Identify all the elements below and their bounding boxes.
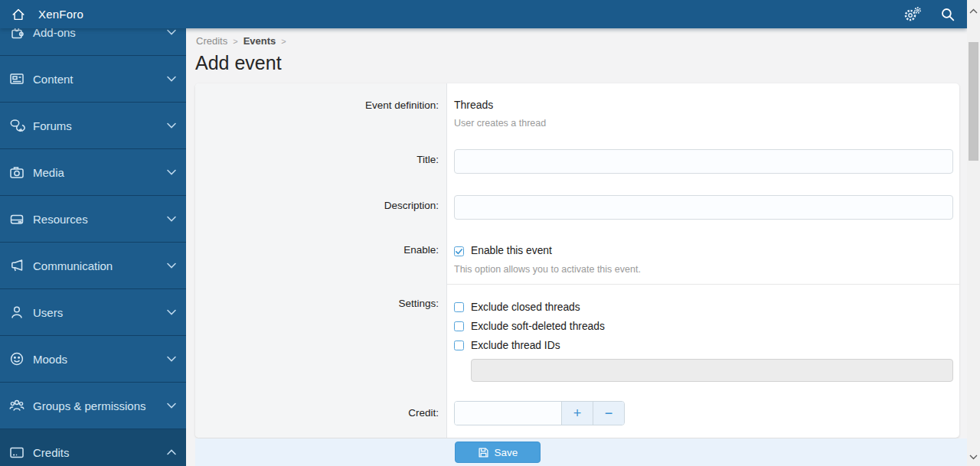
topbar-actions bbox=[903, 0, 958, 28]
sidebar-item-label: Credits bbox=[33, 446, 166, 459]
title-input[interactable] bbox=[454, 149, 953, 174]
form-row-settings: Settings: Exclude closed threads Exclude… bbox=[195, 285, 959, 393]
main-content: Credits > Events > Add event Event defin… bbox=[186, 28, 967, 466]
description-label: Description: bbox=[195, 194, 447, 243]
chevron-up-icon bbox=[166, 448, 177, 457]
save-button-label: Save bbox=[495, 447, 518, 458]
sidebar-item-label: Forums bbox=[33, 119, 166, 132]
breadcrumb-separator: > bbox=[233, 37, 237, 46]
drive-icon bbox=[8, 210, 26, 228]
breadcrumb: Credits > Events > bbox=[196, 35, 967, 47]
chevron-down-icon bbox=[166, 121, 177, 130]
sidebar-item-label: Communication bbox=[33, 259, 166, 272]
credit-decrement-button[interactable]: − bbox=[593, 402, 624, 425]
chevron-down-icon bbox=[166, 168, 177, 177]
description-input[interactable] bbox=[454, 195, 953, 220]
sidebar-item-users[interactable]: Users bbox=[0, 289, 186, 336]
settings-label: Settings: bbox=[195, 285, 447, 393]
topbar: XenForo bbox=[0, 0, 967, 28]
event-definition-explain: User creates a thread bbox=[454, 117, 953, 130]
newspaper-icon bbox=[8, 70, 26, 88]
gears-icon[interactable] bbox=[903, 5, 923, 24]
thread-ids-input[interactable] bbox=[471, 359, 953, 382]
chevron-down-icon bbox=[166, 28, 177, 37]
credit-label: Credit: bbox=[195, 393, 447, 438]
scroll-up-arrow[interactable] bbox=[967, 5, 980, 18]
chevron-down-icon bbox=[166, 354, 177, 363]
app-window: Add-ons Content bbox=[0, 0, 980, 466]
chevron-down-icon bbox=[166, 261, 177, 270]
sidebar-item-label: Resources bbox=[33, 213, 166, 226]
scrollbar-thumb[interactable] bbox=[969, 42, 978, 161]
exclude-closed-threads-label[interactable]: Exclude closed threads bbox=[471, 301, 580, 313]
chevron-down-icon bbox=[166, 214, 177, 223]
form-row-event-definition: Event definition: Threads User creates a… bbox=[195, 83, 959, 148]
submit-bar: Save bbox=[195, 438, 967, 466]
sidebar-item-groups-permissions[interactable]: Groups & permissions bbox=[0, 383, 186, 429]
scrollbar bbox=[967, 0, 980, 466]
smiley-icon bbox=[8, 350, 26, 368]
save-icon bbox=[478, 447, 489, 458]
add-event-form: Event definition: Threads User creates a… bbox=[195, 83, 959, 438]
search-icon[interactable] bbox=[938, 5, 958, 24]
form-row-enable: Enable: Enable this event This option al… bbox=[195, 243, 959, 285]
chevron-down-icon bbox=[166, 401, 177, 410]
page-title: Add event bbox=[195, 52, 967, 74]
sidebar-item-moods[interactable]: Moods bbox=[0, 336, 186, 383]
enable-label: Enable: bbox=[195, 243, 447, 285]
save-button[interactable]: Save bbox=[455, 442, 541, 463]
event-definition-value-cell: Threads User creates a thread bbox=[447, 83, 959, 148]
chevron-down-icon bbox=[166, 74, 177, 83]
sidebar-nav: Add-ons Content bbox=[0, 9, 186, 466]
event-definition-label: Event definition: bbox=[195, 83, 447, 148]
credit-input[interactable] bbox=[455, 402, 561, 425]
enable-checkbox-row: Enable this event bbox=[454, 243, 953, 259]
sidebar-item-label: Content bbox=[33, 73, 166, 86]
title-label: Title: bbox=[195, 148, 447, 194]
enable-explain: This option allows you to activate this … bbox=[454, 263, 953, 276]
form-row-title: Title: bbox=[195, 148, 959, 194]
camera-icon bbox=[8, 163, 26, 181]
admin-sidebar: Add-ons Content bbox=[0, 0, 186, 466]
breadcrumb-item-events[interactable]: Events bbox=[243, 35, 276, 47]
exclude-closed-threads-checkbox[interactable] bbox=[454, 302, 464, 312]
credit-card-icon bbox=[8, 443, 26, 461]
settings-option-row: Exclude thread IDs bbox=[454, 336, 953, 355]
sidebar-item-credits[interactable]: Credits bbox=[0, 429, 186, 466]
people-group-icon bbox=[8, 396, 26, 415]
sidebar-item-label: Users bbox=[33, 306, 166, 319]
exclude-thread-ids-checkbox[interactable] bbox=[454, 341, 464, 350]
scroll-down-arrow[interactable] bbox=[967, 450, 980, 463]
exclude-soft-deleted-threads-label[interactable]: Exclude soft-deleted threads bbox=[471, 321, 605, 332]
megaphone-icon bbox=[8, 256, 26, 275]
credit-increment-button[interactable]: + bbox=[561, 402, 593, 425]
enable-checkbox-label[interactable]: Enable this event bbox=[471, 243, 552, 259]
sidebar-item-label: Media bbox=[33, 166, 166, 179]
sidebar-item-label: Moods bbox=[33, 353, 166, 366]
form-row-description: Description: bbox=[195, 194, 959, 243]
exclude-thread-ids-label[interactable]: Exclude thread IDs bbox=[471, 340, 560, 351]
credit-spinner: + − bbox=[454, 401, 625, 425]
sidebar-item-communication[interactable]: Communication bbox=[0, 243, 186, 289]
brand-title[interactable]: XenForo bbox=[38, 8, 83, 21]
home-icon[interactable] bbox=[8, 4, 29, 25]
sidebar-item-resources[interactable]: Resources bbox=[0, 196, 186, 243]
sidebar-item-forums[interactable]: Forums bbox=[0, 103, 186, 149]
breadcrumb-item-credits[interactable]: Credits bbox=[196, 35, 227, 47]
breadcrumb-separator: > bbox=[281, 37, 286, 46]
settings-option-row: Exclude soft-deleted threads bbox=[454, 317, 953, 336]
form-row-credit: Credit: + − bbox=[195, 393, 959, 438]
sidebar-item-content[interactable]: Content bbox=[0, 56, 186, 103]
event-definition-value: Threads bbox=[454, 97, 953, 112]
person-icon bbox=[8, 303, 26, 321]
chat-bubbles-icon bbox=[8, 116, 26, 135]
sidebar-item-label: Groups & permissions bbox=[33, 399, 166, 412]
enable-checkbox[interactable] bbox=[454, 246, 464, 256]
chevron-down-icon bbox=[166, 308, 177, 317]
sidebar-item-media[interactable]: Media bbox=[0, 149, 186, 196]
settings-option-row: Exclude closed threads bbox=[454, 298, 953, 317]
exclude-soft-deleted-threads-checkbox[interactable] bbox=[454, 321, 464, 331]
